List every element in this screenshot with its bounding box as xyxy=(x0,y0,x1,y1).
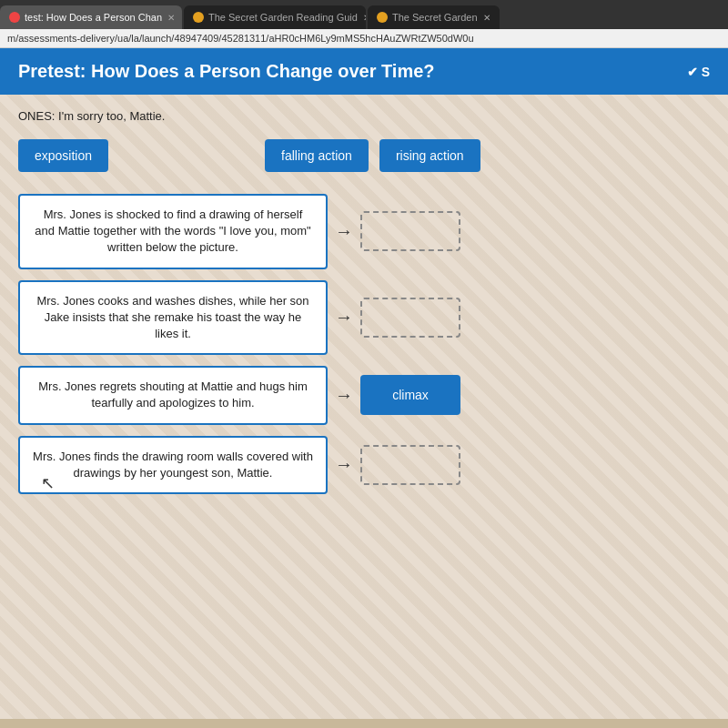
tab-2-close[interactable]: ✕ xyxy=(363,13,366,23)
answer-buttons-row: exposition falling action rising action xyxy=(18,139,710,172)
tab-3[interactable]: The Secret Garden ✕ xyxy=(368,5,500,29)
rising-action-button[interactable]: rising action xyxy=(379,139,480,172)
event-row-2: Mrs. Jones cooks and washes dishes, whil… xyxy=(18,280,710,356)
event-row-1: Mrs. Jones is shocked to find a drawing … xyxy=(18,194,710,269)
answer-slot-4[interactable] xyxy=(360,445,460,485)
address-text: m/assessments-delivery/ua/la/launch/4894… xyxy=(7,33,474,44)
main-content: ONES: I'm sorry too, Mattie. exposition … xyxy=(0,95,728,719)
event-text-4: Mrs. Jones finds the drawing room walls … xyxy=(33,450,313,480)
tab-2[interactable]: The Secret Garden Reading Guid ✕ xyxy=(184,5,366,29)
header-right-label: S xyxy=(702,65,710,79)
arrow-4: → xyxy=(335,454,353,475)
event-row-4: Mrs. Jones finds the drawing room walls … xyxy=(18,436,710,494)
event-box-2: Mrs. Jones cooks and washes dishes, whil… xyxy=(18,280,328,356)
answer-slot-1[interactable] xyxy=(360,211,460,251)
event-text-3: Mrs. Jones regrets shouting at Mattie an… xyxy=(38,379,308,410)
tab-1[interactable]: test: How Does a Person Chan ✕ xyxy=(0,5,182,29)
header-right: ✔ S xyxy=(687,65,710,79)
tab-1-icon xyxy=(9,12,20,23)
event-text-2: Mrs. Jones cooks and washes dishes, whil… xyxy=(36,294,308,340)
answer-slot-2[interactable] xyxy=(360,298,460,338)
event-box-3: Mrs. Jones regrets shouting at Mattie an… xyxy=(18,366,328,424)
tab-2-icon xyxy=(193,12,204,23)
arrow-3: → xyxy=(335,385,353,406)
browser-tabs: test: How Does a Person Chan ✕ The Secre… xyxy=(0,0,728,29)
tab-2-label: The Secret Garden Reading Guid xyxy=(208,12,358,23)
falling-action-button[interactable]: falling action xyxy=(265,139,369,172)
event-text-1: Mrs. Jones is shocked to find a drawing … xyxy=(35,207,310,254)
arrow-1: → xyxy=(335,221,353,242)
checkmark-icon: ✔ xyxy=(687,65,698,79)
tab-3-icon xyxy=(377,12,388,23)
address-bar: m/assessments-delivery/ua/la/launch/4894… xyxy=(0,29,728,48)
answer-slot-3[interactable]: climax xyxy=(360,375,460,415)
event-row-3: Mrs. Jones regrets shouting at Mattie an… xyxy=(18,366,710,424)
tab-3-close[interactable]: ✕ xyxy=(483,13,490,23)
page-header: Pretest: How Does a Person Change over T… xyxy=(0,48,728,95)
event-box-4: Mrs. Jones finds the drawing room walls … xyxy=(18,436,328,494)
answer-slot-3-label: climax xyxy=(392,388,429,402)
tab-1-label: test: How Does a Person Chan xyxy=(25,12,162,23)
page-title: Pretest: How Does a Person Change over T… xyxy=(18,61,435,82)
tab-1-close[interactable]: ✕ xyxy=(167,13,175,23)
events-container: Mrs. Jones is shocked to find a drawing … xyxy=(18,194,710,494)
instruction-text: ONES: I'm sorry too, Mattie. xyxy=(18,109,710,123)
exposition-button[interactable]: exposition xyxy=(18,139,108,172)
tab-3-label: The Secret Garden xyxy=(392,12,478,23)
event-box-1: Mrs. Jones is shocked to find a drawing … xyxy=(18,194,328,269)
arrow-2: → xyxy=(335,307,353,328)
